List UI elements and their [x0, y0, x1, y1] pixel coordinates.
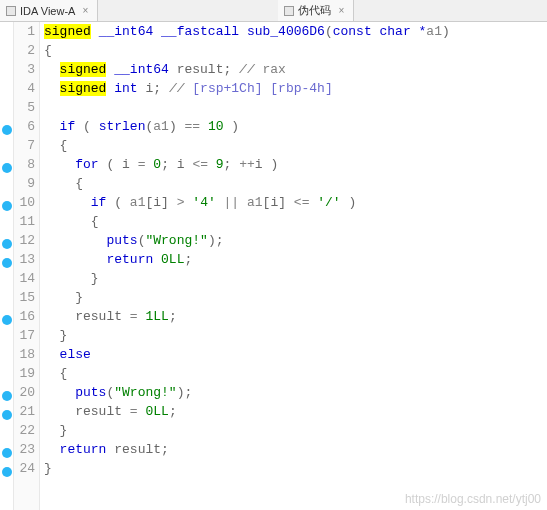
code-line[interactable]: return result;: [44, 440, 547, 459]
code-line[interactable]: {: [44, 364, 547, 383]
close-icon[interactable]: ×: [335, 5, 347, 17]
code-line[interactable]: signed int i; // [rsp+1Ch] [rbp-4h]: [44, 79, 547, 98]
code-line[interactable]: return 0LL;: [44, 250, 547, 269]
breakpoint-marker[interactable]: [0, 193, 13, 212]
code-line[interactable]: }: [44, 459, 547, 478]
code-line[interactable]: }: [44, 326, 547, 345]
linenum-gutter: 123456789101112131415161718192021222324: [14, 22, 40, 510]
breakpoint-marker[interactable]: [0, 79, 13, 98]
tab-ida-view[interactable]: IDA View-A ×: [0, 0, 98, 21]
line-number: 17: [14, 326, 35, 345]
breakpoint-marker[interactable]: [0, 326, 13, 345]
breakpoint-marker[interactable]: [0, 117, 13, 136]
marker-gutter: [0, 22, 14, 510]
code-line[interactable]: if ( a1[i] > '4' || a1[i] <= '/' ): [44, 193, 547, 212]
breakpoint-marker[interactable]: [0, 345, 13, 364]
line-number: 3: [14, 60, 35, 79]
code-line[interactable]: {: [44, 212, 547, 231]
code-line[interactable]: [44, 98, 547, 117]
line-number: 15: [14, 288, 35, 307]
tab-pseudocode[interactable]: 伪代码 ×: [278, 0, 354, 21]
code-line[interactable]: result = 1LL;: [44, 307, 547, 326]
line-number: 23: [14, 440, 35, 459]
code-line[interactable]: for ( i = 0; i <= 9; ++i ): [44, 155, 547, 174]
line-number: 21: [14, 402, 35, 421]
line-number: 9: [14, 174, 35, 193]
breakpoint-marker[interactable]: [0, 22, 13, 41]
breakpoint-marker[interactable]: [0, 440, 13, 459]
breakpoint-marker[interactable]: [0, 383, 13, 402]
code-line[interactable]: {: [44, 174, 547, 193]
line-number: 4: [14, 79, 35, 98]
tab-icon: [284, 6, 294, 16]
code-line[interactable]: else: [44, 345, 547, 364]
line-number: 1: [14, 22, 35, 41]
tab-label: IDA View-A: [20, 5, 75, 17]
code-line[interactable]: {: [44, 136, 547, 155]
breakpoint-marker[interactable]: [0, 288, 13, 307]
line-number: 10: [14, 193, 35, 212]
breakpoint-marker[interactable]: [0, 250, 13, 269]
breakpoint-marker[interactable]: [0, 212, 13, 231]
line-number: 20: [14, 383, 35, 402]
line-number: 8: [14, 155, 35, 174]
breakpoint-marker[interactable]: [0, 174, 13, 193]
line-number: 5: [14, 98, 35, 117]
code-line[interactable]: signed __int64 __fastcall sub_4006D6(con…: [44, 22, 547, 41]
code-area[interactable]: signed __int64 __fastcall sub_4006D6(con…: [40, 22, 547, 510]
breakpoint-marker[interactable]: [0, 307, 13, 326]
line-number: 22: [14, 421, 35, 440]
breakpoint-marker[interactable]: [0, 402, 13, 421]
breakpoint-marker[interactable]: [0, 459, 13, 478]
code-line[interactable]: {: [44, 41, 547, 60]
breakpoint-marker[interactable]: [0, 364, 13, 383]
tab-label: 伪代码: [298, 3, 331, 18]
breakpoint-marker[interactable]: [0, 155, 13, 174]
line-number: 12: [14, 231, 35, 250]
tab-bar: IDA View-A × 伪代码 ×: [0, 0, 547, 22]
tab-icon: [6, 6, 16, 16]
line-number: 14: [14, 269, 35, 288]
line-number: 13: [14, 250, 35, 269]
code-line[interactable]: signed __int64 result; // rax: [44, 60, 547, 79]
breakpoint-marker[interactable]: [0, 60, 13, 79]
code-line[interactable]: }: [44, 269, 547, 288]
close-icon[interactable]: ×: [79, 5, 91, 17]
line-number: 6: [14, 117, 35, 136]
breakpoint-marker[interactable]: [0, 98, 13, 117]
line-number: 11: [14, 212, 35, 231]
line-number: 16: [14, 307, 35, 326]
line-number: 24: [14, 459, 35, 478]
code-line[interactable]: result = 0LL;: [44, 402, 547, 421]
breakpoint-marker[interactable]: [0, 136, 13, 155]
line-number: 2: [14, 41, 35, 60]
line-number: 7: [14, 136, 35, 155]
breakpoint-marker[interactable]: [0, 41, 13, 60]
code-line[interactable]: puts("Wrong!");: [44, 231, 547, 250]
breakpoint-marker[interactable]: [0, 269, 13, 288]
code-editor[interactable]: 123456789101112131415161718192021222324 …: [0, 22, 547, 510]
code-line[interactable]: }: [44, 288, 547, 307]
code-line[interactable]: }: [44, 421, 547, 440]
breakpoint-marker[interactable]: [0, 421, 13, 440]
code-line[interactable]: puts("Wrong!");: [44, 383, 547, 402]
breakpoint-marker[interactable]: [0, 231, 13, 250]
line-number: 18: [14, 345, 35, 364]
line-number: 19: [14, 364, 35, 383]
code-line[interactable]: if ( strlen(a1) == 10 ): [44, 117, 547, 136]
